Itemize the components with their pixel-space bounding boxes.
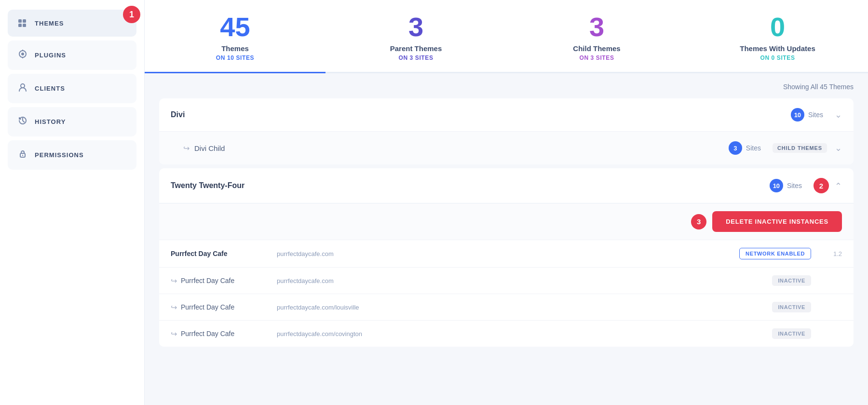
theme-ttf-expanded: 3 DELETE INACTIVE INSTANCES Purrfect Day… — [159, 203, 854, 347]
svg-point-8 — [21, 84, 25, 88]
stat-child-themes-label: Child Themes — [573, 44, 620, 53]
theme-divi-sites-label: Sites — [808, 111, 823, 119]
svg-point-5 — [21, 53, 24, 55]
sidebar-item-history-label: HISTORY — [35, 118, 66, 125]
showing-text: Showing All 45 Themes — [159, 83, 854, 91]
theme-divi-child-sites: 3 Sites — [729, 141, 761, 155]
theme-ttf-badge: 2 — [814, 178, 829, 193]
stat-parent-themes-label: Parent Themes — [390, 44, 442, 53]
sidebar-item-plugins[interactable]: PLUGINS — [8, 40, 136, 70]
theme-divi-chevron: ⌄ — [835, 109, 842, 120]
theme-divi-child-sites-label: Sites — [746, 144, 761, 152]
theme-divi-child-header[interactable]: ↪ Divi Child 3 Sites CHILD THEMES ⌄ — [159, 131, 854, 164]
stat-themes-updates-sublabel: ON 0 SITES — [760, 54, 795, 61]
theme-divi-header[interactable]: Divi 10 Sites ⌄ — [159, 98, 854, 131]
sidebar: THEMES 1 PLUGINS CLIENTS — [0, 0, 145, 405]
sidebar-item-themes-label: THEMES — [35, 20, 64, 27]
site-row-3: ↪ Purrfect Day Cafe purrfectdaycafe.com/… — [159, 320, 854, 347]
clients-icon — [17, 82, 28, 94]
theme-row-ttf: Twenty Twenty-Four 10 Sites 2 ⌄ 3 DELETE… — [159, 168, 854, 347]
theme-ttf-header[interactable]: Twenty Twenty-Four 10 Sites 2 ⌄ — [159, 168, 854, 203]
child-arrow-1: ↪ — [171, 276, 177, 285]
stat-child-themes-number: 3 — [589, 14, 604, 40]
theme-divi-child-name: ↪ Divi Child — [183, 144, 729, 153]
history-icon — [17, 116, 28, 128]
svg-point-10 — [22, 155, 23, 156]
site-status-2: INACTIVE — [772, 302, 811, 312]
stat-themes-updates-label: Themes With Updates — [740, 44, 815, 53]
main-content: 45 Themes ON 10 SITES 3 Parent Themes ON… — [145, 0, 868, 405]
sidebar-item-clients[interactable]: CLIENTS — [8, 74, 136, 103]
theme-divi-name: Divi — [171, 110, 791, 119]
sidebar-item-plugins-label: PLUGINS — [35, 52, 66, 59]
stat-parent-themes-number: 3 — [408, 14, 423, 40]
site-name-0: Purrfect Day Cafe — [171, 250, 277, 257]
stat-child-themes-sublabel: ON 3 SITES — [579, 54, 614, 61]
site-status-0: NETWORK ENABLED — [739, 248, 811, 259]
stat-parent-themes-sublabel: ON 3 SITES — [398, 54, 433, 61]
themes-content: Showing All 45 Themes Divi 10 Sites ⌄ ↪ … — [145, 73, 868, 405]
theme-ttf-badge-container: 2 — [814, 178, 829, 193]
site-child-name-3: ↪ Purrfect Day Cafe — [171, 329, 277, 338]
theme-divi-child-sites-num: 3 — [729, 141, 742, 155]
sidebar-item-history[interactable]: HISTORY — [8, 107, 136, 136]
svg-rect-1 — [23, 19, 26, 23]
stats-bar: 45 Themes ON 10 SITES 3 Parent Themes ON… — [145, 0, 868, 73]
theme-divi-child-chevron: ⌄ — [835, 143, 842, 153]
site-child-name-1: ↪ Purrfect Day Cafe — [171, 276, 277, 285]
stat-themes-updates[interactable]: 0 Themes With Updates ON 0 SITES — [687, 0, 868, 73]
theme-ttf-chevron: ⌄ — [835, 180, 842, 191]
stat-themes-updates-number: 0 — [770, 14, 785, 40]
expanded-actions: 3 DELETE INACTIVE INSTANCES — [159, 203, 854, 240]
themes-icon — [17, 18, 28, 28]
theme-ttf-name: Twenty Twenty-Four — [171, 181, 770, 190]
site-status-3: INACTIVE — [772, 328, 811, 339]
stat-all-themes-sublabel: ON 10 SITES — [216, 54, 254, 61]
theme-ttf-sites-label: Sites — [787, 182, 802, 189]
stat-all-themes[interactable]: 45 Themes ON 10 SITES — [145, 0, 326, 73]
svg-rect-0 — [18, 19, 22, 23]
sidebar-item-permissions[interactable]: PERMISSIONS — [8, 140, 136, 170]
child-themes-tag: CHILD THEMES — [773, 143, 827, 153]
stat-all-themes-number: 45 — [220, 14, 250, 40]
site-row-0: Purrfect Day Cafe purrfectdaycafe.com NE… — [159, 240, 854, 267]
site-version-0: 1.2 — [823, 250, 842, 257]
themes-badge: 1 — [123, 6, 140, 23]
site-row-2: ↪ Purrfect Day Cafe purrfectdaycafe.com/… — [159, 294, 854, 320]
plugins-icon — [17, 49, 28, 61]
site-row-1: ↪ Purrfect Day Cafe purrfectdaycafe.com … — [159, 267, 854, 294]
sidebar-item-clients-label: CLIENTS — [35, 85, 65, 92]
svg-rect-3 — [23, 24, 26, 27]
site-url-1: purrfectdaycafe.com — [277, 277, 772, 284]
delete-badge: 3 — [691, 214, 706, 230]
stat-all-themes-label: Themes — [221, 44, 249, 53]
site-child-name-2: ↪ Purrfect Day Cafe — [171, 303, 277, 312]
theme-row-divi: Divi 10 Sites ⌄ ↪ Divi Child 3 Sites CHI… — [159, 98, 854, 164]
sidebar-item-themes[interactable]: THEMES 1 — [8, 10, 136, 37]
child-arrow-2: ↪ — [171, 303, 177, 312]
theme-divi-sites-num: 10 — [791, 108, 804, 122]
sidebar-item-permissions-label: PERMISSIONS — [35, 151, 84, 159]
svg-rect-2 — [18, 24, 22, 27]
theme-ttf-sites: 10 Sites — [770, 179, 802, 192]
theme-divi-sites: 10 Sites — [791, 108, 823, 122]
site-url-2: purrfectdaycafe.com/louisville — [277, 304, 772, 311]
theme-ttf-sites-num: 10 — [770, 179, 783, 192]
site-url-0: purrfectdaycafe.com — [277, 250, 739, 257]
child-arrow-icon: ↪ — [183, 144, 190, 153]
site-status-1: INACTIVE — [772, 275, 811, 286]
stat-parent-themes[interactable]: 3 Parent Themes ON 3 SITES — [326, 0, 506, 73]
site-url-3: purrfectdaycafe.com/covington — [277, 330, 772, 338]
delete-inactive-button[interactable]: DELETE INACTIVE INSTANCES — [712, 211, 842, 232]
stat-child-themes[interactable]: 3 Child Themes ON 3 SITES — [506, 0, 687, 73]
child-arrow-3: ↪ — [171, 329, 177, 338]
permissions-icon — [17, 149, 28, 161]
